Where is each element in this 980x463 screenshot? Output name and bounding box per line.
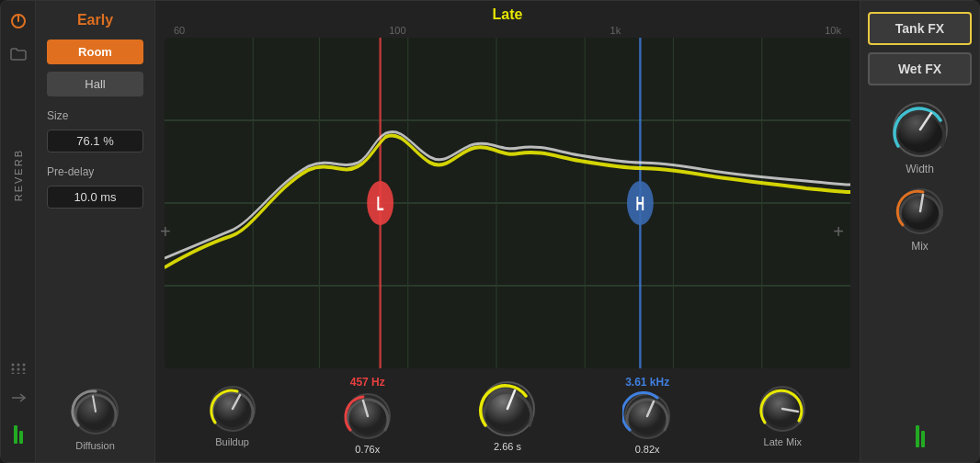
main-area: Late 60 100 1k 10k [155,1,860,462]
size-value[interactable]: 76.1 % [47,130,143,152]
svg-point-3 [17,363,19,366]
svg-text:H: H [636,193,645,215]
lp-value: 0.76x [355,444,380,455]
wet-fx-button[interactable]: Wet FX [868,52,972,85]
lp-group: 457 Hz [343,376,393,455]
width-label: Width [906,163,934,175]
freq-100: 100 [389,25,405,36]
left-plus-button[interactable]: + [160,221,171,243]
diffusion-label: Diffusion [75,440,115,451]
late-title: Late [165,6,850,23]
size-label: Size [47,109,143,122]
buildup-group: Buildup [208,384,257,447]
folder-icon[interactable] [7,43,29,65]
knobs-area: Buildup 457 Hz [155,368,860,462]
hp-knob[interactable] [622,391,672,441]
svg-point-10 [22,372,25,374]
input-level-meters [14,416,23,444]
right-plus-button[interactable]: + [833,221,844,243]
early-title: Early [47,12,143,28]
freq-labels-row: 60 100 1k 10k [155,25,860,38]
reverb-label: REVERB [13,149,24,201]
width-knob[interactable] [891,100,950,159]
predelay-value[interactable]: 10.0 ms [47,186,143,209]
svg-point-6 [17,367,19,370]
dots-icon[interactable] [7,357,29,379]
diffusion-knob[interactable] [71,387,120,436]
tank-fx-button[interactable]: Tank FX [868,12,972,45]
latemix-group: Late Mix [758,384,807,447]
predelay-label: Pre-delay [47,165,143,178]
svg-point-9 [17,372,19,374]
early-panel: Early Room Hall Size 76.1 % Pre-delay 10… [36,1,155,462]
reverb-value: 2.66 s [494,441,521,452]
svg-point-8 [11,372,14,374]
decay-knob[interactable] [478,379,537,438]
latemix-label: Late Mix [764,436,803,447]
mix-area: Mix [895,186,945,253]
sidebar-bottom [7,357,29,453]
diffusion-area: Diffusion [47,387,143,451]
hp-value: 0.82x [635,444,660,455]
arrow-icon[interactable] [7,387,29,409]
decay-group: 2.66 s [478,379,537,452]
room-button[interactable]: Room [47,40,143,64]
right-panel: Tank FX Wet FX [860,1,979,462]
power-icon[interactable] [7,10,29,32]
buildup-knob[interactable] [208,384,257,434]
hp-freq-label: 3.61 kHz [625,376,669,389]
svg-point-2 [11,363,14,366]
latemix-knob[interactable] [758,384,807,434]
freq-10k: 10k [825,25,841,36]
plugin-container: REVERB [0,0,980,463]
left-sidebar: REVERB [1,1,36,462]
freq-1k: 1k [610,25,621,36]
freq-60: 60 [174,25,185,36]
lp-freq-label: 457 Hz [350,376,385,389]
hp-group: 3.61 kHz [622,376,672,455]
width-area: Width [891,100,950,175]
svg-text:L: L [377,193,384,215]
svg-point-7 [22,367,25,370]
svg-point-5 [11,367,14,370]
buildup-label: Buildup [215,436,249,447]
hall-button[interactable]: Hall [47,72,143,96]
mix-label: Mix [911,240,929,253]
mix-knob[interactable] [895,186,945,236]
lp-knob[interactable] [343,391,393,441]
eq-display[interactable]: L H [165,38,850,368]
svg-point-4 [22,363,25,366]
output-level-meters [916,420,925,447]
